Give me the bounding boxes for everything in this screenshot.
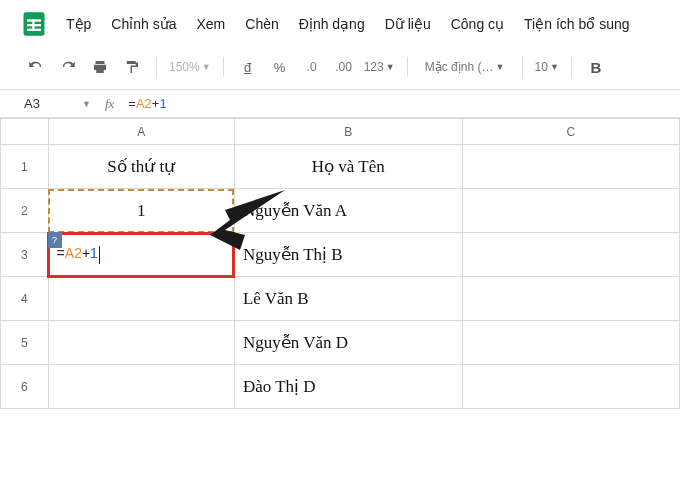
- separator: [571, 57, 572, 77]
- separator: [407, 57, 408, 77]
- cell-a6[interactable]: [48, 365, 234, 409]
- cell-a1[interactable]: Số thứ tự: [48, 145, 234, 189]
- row-header-4[interactable]: 4: [1, 277, 49, 321]
- row-header-1[interactable]: 1: [1, 145, 49, 189]
- formula-ref: A2: [136, 96, 152, 111]
- redo-button[interactable]: [56, 55, 80, 79]
- paint-roller-icon: [123, 58, 141, 76]
- svg-rect-4: [32, 19, 34, 31]
- grid-table: A B C 1 Số thứ tự Họ và Tên 2 1 Nguyễn V…: [0, 118, 680, 409]
- column-header-row: A B C: [1, 119, 680, 145]
- toolbar: 150%▼ đ % .0 .00 123▼ Mặc định (…▼ 10▼ B: [0, 49, 680, 90]
- zoom-dropdown[interactable]: 150%▼: [169, 55, 211, 79]
- name-box-row: ▼ fx =A2+1: [0, 90, 680, 118]
- decrease-decimal-button[interactable]: .0: [300, 55, 324, 79]
- edit-plus: +: [82, 245, 90, 261]
- chevron-down-icon[interactable]: ▼: [82, 99, 91, 109]
- col-header-c[interactable]: C: [462, 119, 679, 145]
- font-size-value: 10: [535, 60, 548, 74]
- menu-view[interactable]: Xem: [197, 16, 226, 32]
- print-button[interactable]: [88, 55, 112, 79]
- spreadsheet-grid[interactable]: A B C 1 Số thứ tự Họ và Tên 2 1 Nguyễn V…: [0, 118, 680, 500]
- row-2: 2 1 Nguyễn Văn A: [1, 189, 680, 233]
- menu-items: Tệp Chỉnh sửa Xem Chèn Định dạng Dữ liệu…: [66, 16, 630, 32]
- cell-b4[interactable]: Lê Văn B: [234, 277, 462, 321]
- dec-less-label: .0: [307, 60, 317, 74]
- menu-format[interactable]: Định dạng: [299, 16, 365, 32]
- select-all-corner[interactable]: [1, 119, 49, 145]
- separator: [156, 57, 157, 77]
- font-label: Mặc định (…: [425, 60, 494, 74]
- separator: [522, 57, 523, 77]
- cell-c6[interactable]: [462, 365, 679, 409]
- cell-c3[interactable]: [462, 233, 679, 277]
- cell-c4[interactable]: [462, 277, 679, 321]
- row-4: 4 Lê Văn B: [1, 277, 680, 321]
- formula-bar[interactable]: =A2+1: [128, 96, 668, 111]
- row-3: 3 ? =A2+1 Nguyễn Thị B: [1, 233, 680, 277]
- cell-b5[interactable]: Nguyễn Văn D: [234, 321, 462, 365]
- zoom-value: 150%: [169, 60, 200, 74]
- menu-tools[interactable]: Công cụ: [451, 16, 504, 32]
- cell-a5[interactable]: [48, 321, 234, 365]
- edit-ref: A2: [65, 245, 82, 261]
- col-header-a[interactable]: A: [48, 119, 234, 145]
- row-header-6[interactable]: 6: [1, 365, 49, 409]
- number-format-dropdown[interactable]: 123▼: [364, 55, 395, 79]
- chevron-down-icon: ▼: [495, 62, 504, 72]
- cell-b3[interactable]: Nguyễn Thị B: [234, 233, 462, 277]
- paint-format-button[interactable]: [120, 55, 144, 79]
- fx-icon: fx: [105, 96, 114, 112]
- formula-number: 1: [159, 96, 166, 111]
- cell-b2[interactable]: Nguyễn Văn A: [234, 189, 462, 233]
- percent-button[interactable]: %: [268, 55, 292, 79]
- row-header-3[interactable]: 3: [1, 233, 49, 277]
- undo-icon: [27, 58, 45, 76]
- cell-c5[interactable]: [462, 321, 679, 365]
- currency-button[interactable]: đ: [236, 55, 260, 79]
- menu-addons[interactable]: Tiện ích bổ sung: [524, 16, 629, 32]
- menu-file[interactable]: Tệp: [66, 16, 91, 32]
- cell-b6[interactable]: Đào Thị D: [234, 365, 462, 409]
- bold-button[interactable]: B: [584, 55, 608, 79]
- separator: [223, 57, 224, 77]
- edit-number: 1: [90, 245, 98, 261]
- chevron-down-icon: ▼: [202, 62, 211, 72]
- redo-icon: [59, 58, 77, 76]
- increase-decimal-button[interactable]: .00: [332, 55, 356, 79]
- cell-a2[interactable]: 1: [48, 189, 234, 233]
- spreadsheet-app: Tệp Chỉnh sửa Xem Chèn Định dạng Dữ liệu…: [0, 0, 680, 500]
- font-dropdown[interactable]: Mặc định (…▼: [420, 55, 510, 79]
- row-1: 1 Số thứ tự Họ và Tên: [1, 145, 680, 189]
- menu-bar: Tệp Chỉnh sửa Xem Chèn Định dạng Dữ liệu…: [0, 0, 680, 49]
- sheets-logo-icon[interactable]: [20, 10, 48, 38]
- currency-label: đ: [244, 60, 251, 75]
- chevron-down-icon: ▼: [386, 62, 395, 72]
- cell-b1[interactable]: Họ và Tên: [234, 145, 462, 189]
- cell-c1[interactable]: [462, 145, 679, 189]
- text-cursor: [99, 246, 100, 264]
- menu-edit[interactable]: Chỉnh sửa: [111, 16, 176, 32]
- row-6: 6 Đào Thị D: [1, 365, 680, 409]
- name-box[interactable]: [24, 96, 82, 111]
- sheets-icon: [20, 10, 48, 38]
- row-header-2[interactable]: 2: [1, 189, 49, 233]
- font-size-dropdown[interactable]: 10▼: [535, 55, 559, 79]
- row-header-5[interactable]: 5: [1, 321, 49, 365]
- menu-data[interactable]: Dữ liệu: [385, 16, 431, 32]
- cell-a4[interactable]: [48, 277, 234, 321]
- print-icon: [91, 58, 109, 76]
- undo-button[interactable]: [24, 55, 48, 79]
- col-header-b[interactable]: B: [234, 119, 462, 145]
- formula-equals: =: [128, 96, 136, 111]
- row-5: 5 Nguyễn Văn D: [1, 321, 680, 365]
- chevron-down-icon: ▼: [550, 62, 559, 72]
- cell-c2[interactable]: [462, 189, 679, 233]
- formula-hint-tab[interactable]: ?: [48, 232, 62, 248]
- dec-more-label: .00: [335, 60, 352, 74]
- cell-a3-editing[interactable]: ? =A2+1: [48, 233, 234, 277]
- menu-insert[interactable]: Chèn: [245, 16, 278, 32]
- num-format-label: 123: [364, 60, 384, 74]
